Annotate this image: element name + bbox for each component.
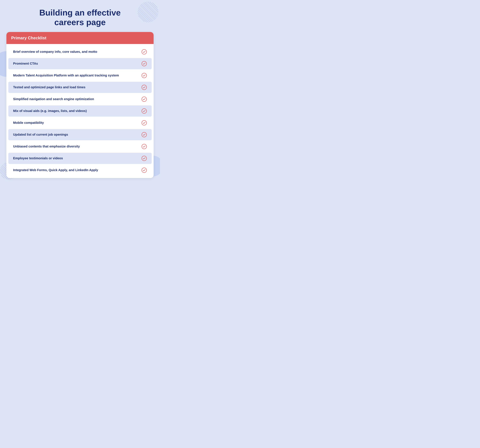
svg-point-1 bbox=[142, 61, 147, 66]
row-label: Integrated Web Forms, Quick Apply, and L… bbox=[13, 168, 141, 172]
row-label: Updated list of current job openings bbox=[13, 133, 141, 136]
check-circle-icon bbox=[141, 108, 147, 114]
checklist-row: Employee testimonials or videos bbox=[8, 153, 152, 164]
check-circle-icon bbox=[141, 120, 147, 126]
svg-point-2 bbox=[142, 73, 147, 78]
title-line-1: Building an effective bbox=[39, 8, 121, 17]
row-label: Mix of visual aids (e.g. images, lists, … bbox=[13, 109, 141, 113]
check-circle-icon bbox=[141, 97, 147, 102]
checklist-row: Unbiased contents that emphasize diversi… bbox=[8, 141, 152, 152]
checklist-body: Brief overview of company info, core val… bbox=[7, 44, 154, 178]
row-label: Tested and optimized page links and load… bbox=[13, 85, 141, 89]
svg-point-5 bbox=[142, 109, 147, 113]
check-circle-icon bbox=[141, 144, 147, 149]
checklist-row: Updated list of current job openings bbox=[8, 129, 152, 140]
checklist-row: Tested and optimized page links and load… bbox=[8, 82, 152, 93]
decorative-blob-top-right bbox=[138, 2, 158, 22]
svg-point-10 bbox=[142, 168, 147, 173]
check-circle-icon bbox=[141, 49, 147, 55]
row-label: Brief overview of company info, core val… bbox=[13, 50, 141, 54]
svg-point-8 bbox=[142, 144, 147, 149]
check-circle-icon bbox=[141, 61, 147, 66]
svg-point-3 bbox=[142, 85, 147, 90]
check-circle-icon bbox=[141, 73, 147, 78]
checklist-row: Simplified navigation and search engine … bbox=[8, 94, 152, 105]
check-circle-icon bbox=[141, 132, 147, 137]
svg-point-9 bbox=[142, 156, 147, 161]
svg-point-4 bbox=[142, 97, 147, 102]
checklist-row: Mobile compatibility bbox=[8, 117, 152, 128]
page-title: Building an effective careers page bbox=[39, 8, 121, 27]
checklist-row: Integrated Web Forms, Quick Apply, and L… bbox=[8, 165, 152, 176]
row-label: Employee testimonials or videos bbox=[13, 156, 141, 160]
checklist-card: Primary Checklist Brief overview of comp… bbox=[7, 32, 154, 178]
row-label: Unbiased contents that emphasize diversi… bbox=[13, 145, 141, 148]
card-header-title: Primary Checklist bbox=[11, 35, 46, 40]
svg-point-0 bbox=[142, 49, 147, 54]
checklist-row: Prominent CTAs bbox=[8, 58, 152, 69]
row-label: Modern Talent Acquisition Platform with … bbox=[13, 74, 141, 77]
check-circle-icon bbox=[141, 168, 147, 173]
check-circle-icon bbox=[141, 85, 147, 90]
svg-point-6 bbox=[142, 120, 147, 125]
row-label: Prominent CTAs bbox=[13, 62, 141, 65]
row-label: Simplified navigation and search engine … bbox=[13, 97, 141, 101]
check-circle-icon bbox=[141, 156, 147, 161]
card-header: Primary Checklist bbox=[7, 32, 154, 44]
title-line-2: careers page bbox=[54, 18, 106, 27]
checklist-row: Brief overview of company info, core val… bbox=[8, 46, 152, 57]
checklist-row: Mix of visual aids (e.g. images, lists, … bbox=[8, 105, 152, 117]
checklist-row: Modern Talent Acquisition Platform with … bbox=[8, 70, 152, 81]
svg-point-7 bbox=[142, 132, 147, 137]
row-label: Mobile compatibility bbox=[13, 121, 141, 125]
